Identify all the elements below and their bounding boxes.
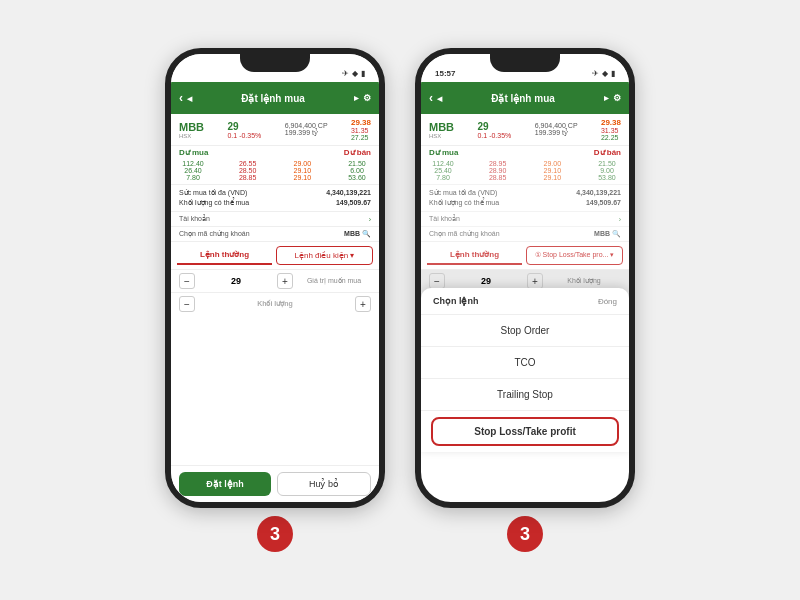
bs-b2-r1: 26.55 [234,160,262,167]
price-val-left: 29 [199,276,273,286]
info-val-2-right: 149,509.67 [586,199,621,207]
account-label-right: Tài khoản [429,215,460,223]
info-val-1-right: 4,340,139,221 [576,189,621,197]
action-row-left: Đặt lệnh Huỷ bỏ [171,465,379,502]
account-label-left: Tài khoản [179,215,210,223]
settings-button-right[interactable]: ⚙ [613,93,621,103]
stock-p3-right: 22.25 [601,134,621,141]
dropdown-overlay-right: Chọn lệnh Đóng Stop Order TCO Trailing S… [421,288,629,452]
price-val-right: 29 [449,276,523,286]
dropdown-item-trailing-stop[interactable]: Trailing Stop [421,379,629,411]
volume-minus-left[interactable]: − [179,296,195,312]
status-icons-left: ✈ ◆ ▮ [342,69,365,78]
status-time-right: 15:57 [435,69,455,78]
account-row-right[interactable]: Tài khoản › [421,211,629,226]
bs-row-2-right: 25.40 28.90 29.10 9.00 [429,167,621,174]
tab-stop-loss-right[interactable]: ① Stop Loss/Take pro... ▾ [526,246,623,265]
info-row-1-right: Sức mua tối đa (VND) 4,340,139,221 [429,188,621,198]
bs-s1-r1: 21.50 [343,160,371,167]
dat-lenh-button-left[interactable]: Đặt lệnh [179,472,271,496]
tab-lenh-thuong-left[interactable]: Lệnh thường [177,246,272,265]
price-minus-left[interactable]: − [179,273,195,289]
price-label-left: Giá trị muốn mua [297,277,371,285]
header-title-right: Đặt lệnh mua [491,93,555,104]
info-val-1-left: 4,340,139,221 [326,189,371,197]
volume-plus-left[interactable]: + [355,296,371,312]
bs-s1-r3: 53.60 [343,174,371,181]
main-container: ✈ ◆ ▮ ‹ ◂ Đặt lệnh mua ▸ [145,28,655,572]
signal-icon: ◆ [352,69,358,78]
symbol-label-right: Chọn mã chứng khoán [429,230,500,238]
bs-table-left: 112.40 26.55 29.00 21.50 26.40 28.50 29.… [171,159,379,184]
notch-left [240,54,310,72]
phone-right-wrapper: 15:57 ✈ ◆ ▮ ‹ ◂ Đặt lệnh mua [415,48,635,552]
price-plus-left[interactable]: + [277,273,293,289]
stock-p3-left: 27.25 [351,134,371,141]
phone-left: ✈ ◆ ▮ ‹ ◂ Đặt lệnh mua ▸ [165,48,385,508]
price-plus-right[interactable]: + [527,273,543,289]
symbol-val-right: MBB 🔍 [594,230,621,238]
stock-vol2-right: 199.399 tỷ [535,129,578,137]
stock-vol-right: 6,904,400 CP [535,122,578,129]
settings-button-left[interactable]: ⚙ [363,93,371,103]
phone-right: 15:57 ✈ ◆ ▮ ‹ ◂ Đặt lệnh mua [415,48,635,508]
tab-lenh-thuong-right[interactable]: Lệnh thường [427,246,522,265]
input-price-row-left: − 29 + Giá trị muốn mua [171,269,379,292]
symbol-val-left: MBB 🔍 [344,230,371,238]
bs-b2-r2: 28.50 [234,167,262,174]
buy-header-left: Dư mua [179,148,208,157]
back2-button-right[interactable]: ◂ [437,93,442,104]
phone-left-wrapper: ✈ ◆ ▮ ‹ ◂ Đặt lệnh mua ▸ [165,48,385,552]
account-arrow-left: › [369,216,371,223]
stock-name-left: MBB [179,121,204,133]
info-label-2-right: Khối lượng có thể mua [429,199,499,207]
bs-header-right: Dư mua Dư bán [421,146,629,159]
sell-header-left: Dư bán [344,148,371,157]
stock-row-right: MBB HSX 29 0.1 -0.35% 6,904,400 CP 199.3… [421,114,629,146]
info-label-1-right: Sức mua tối đa (VND) [429,189,497,197]
forward-button-right[interactable]: ▸ [604,93,609,103]
dropdown-item-stop-loss[interactable]: Stop Loss/Take profit [431,417,619,446]
back-button-right[interactable]: ‹ [429,91,433,105]
input-volume-row-left: − Khối lượng + [171,292,379,315]
forward-button-left[interactable]: ▸ [354,93,359,103]
stock-p1-right: 29.38 [601,118,621,127]
tab-lenh-dieu-kien-left[interactable]: Lệnh điều kiện ▾ [276,246,373,265]
info-row-2-left: Khối lượng có thể mua 149,509.67 [179,198,371,208]
airplane-icon: ✈ [342,69,349,78]
symbol-row-left[interactable]: Chọn mã chứng khoán MBB 🔍 [171,226,379,241]
header-left: ‹ ◂ Đặt lệnh mua ▸ ⚙ [171,82,379,114]
bs-b2-r3: 28.85 [234,174,262,181]
stock-name-right: MBB [429,121,454,133]
stock-p2-left: 31.35 [351,127,371,134]
dropdown-item-tco[interactable]: TCO [421,347,629,379]
price-minus-right[interactable]: − [429,273,445,289]
notch-right [490,54,560,72]
bs-row-1-left: 112.40 26.55 29.00 21.50 [179,160,371,167]
bs-s1-r2: 6.00 [343,167,371,174]
back2-button-left[interactable]: ◂ [187,93,192,104]
bs-table-right: 112.40 28.95 29.00 21.50 25.40 28.90 29.… [421,159,629,184]
step-badge-right: 3 [507,516,543,552]
dropdown-header-right: Chọn lệnh Đóng [421,288,629,315]
huy-bo-button-left[interactable]: Huỷ bỏ [277,472,371,496]
header-right: ‹ ◂ Đặt lệnh mua ▸ ⚙ [421,82,629,114]
dropdown-item-stop-order[interactable]: Stop Order [421,315,629,347]
bs-b3-r3: 29.10 [288,174,316,181]
battery-icon: ▮ [361,69,365,78]
bs-row-3-left: 7.80 28.85 29.10 53.60 [179,174,371,181]
bs-b3-r1: 29.00 [288,160,316,167]
dropdown-close-right[interactable]: Đóng [598,297,617,306]
info-row-2-right: Khối lượng có thể mua 149,509.67 [429,198,621,208]
status-icons-right: ✈ ◆ ▮ [592,69,615,78]
price-label-right: Khối lượng [547,277,621,285]
bs-row-1-right: 112.40 28.95 29.00 21.50 [429,160,621,167]
symbol-row-right[interactable]: Chọn mã chứng khoán MBB 🔍 [421,226,629,241]
info-label-1-left: Sức mua tối đa (VND) [179,189,247,197]
back-button-left[interactable]: ‹ [179,91,183,105]
exchange-left: HSX [179,133,204,139]
step-badge-left: 3 [257,516,293,552]
account-row-left[interactable]: Tài khoản › [171,211,379,226]
battery-icon-r: ▮ [611,69,615,78]
tab-row-left: Lệnh thường Lệnh điều kiện ▾ [171,241,379,269]
